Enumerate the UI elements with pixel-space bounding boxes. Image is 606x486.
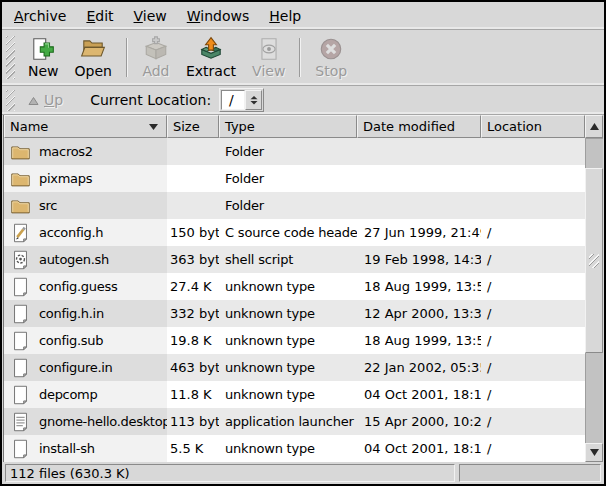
file-location: / bbox=[481, 327, 585, 354]
file-icon bbox=[9, 330, 32, 352]
file-type: unknown type bbox=[219, 300, 357, 327]
file-date-modified bbox=[357, 192, 481, 219]
location-combo: / bbox=[219, 88, 264, 112]
file-icon bbox=[9, 276, 32, 298]
menu-item-archive[interactable]: Archive bbox=[4, 5, 76, 27]
stop-button-label: Stop bbox=[315, 63, 347, 79]
scrollbar-thumb-grip bbox=[589, 254, 599, 268]
file-icon bbox=[9, 303, 32, 325]
scrollbar-trough[interactable] bbox=[585, 138, 603, 443]
file-type: Folder bbox=[219, 165, 357, 192]
file-date-modified: 18 Aug 1999, 13:53 bbox=[357, 327, 481, 354]
file-date-modified bbox=[357, 165, 481, 192]
file-icon bbox=[9, 411, 32, 433]
file-location: / bbox=[481, 219, 585, 246]
scroll-up-button[interactable] bbox=[585, 115, 603, 138]
table-row[interactable]: macros2 Folder bbox=[4, 138, 585, 165]
file-location: / bbox=[481, 273, 585, 300]
menu-item-help[interactable]: Help bbox=[259, 5, 311, 27]
file-table: Name Size Type Date modified Location bbox=[4, 115, 585, 462]
file-location: / bbox=[481, 381, 585, 408]
file-name: config.h.in bbox=[39, 306, 104, 321]
vertical-scrollbar bbox=[585, 115, 603, 462]
location-bar-grip[interactable] bbox=[6, 90, 15, 111]
archive-manager-window: Archive Edit View Windows Help New Open … bbox=[0, 0, 606, 486]
file-icon bbox=[9, 222, 32, 244]
file-size: 19.8 K bbox=[167, 327, 219, 354]
column-header-type-label: Type bbox=[225, 119, 255, 134]
file-type: application launcher bbox=[219, 408, 357, 435]
file-icon bbox=[9, 438, 32, 460]
table-row[interactable]: config.sub 19.8 K unknown type 18 Aug 19… bbox=[4, 327, 585, 354]
file-date-modified: 18 Aug 1999, 13:53 bbox=[357, 273, 481, 300]
file-location bbox=[481, 138, 585, 165]
table-row[interactable]: config.h.in 332 bytes unknown type 12 Ap… bbox=[4, 300, 585, 327]
file-name: config.sub bbox=[39, 333, 103, 348]
file-size: 363 bytes bbox=[167, 246, 219, 273]
file-size bbox=[167, 138, 219, 165]
file-date-modified: 12 Apr 2000, 13:36 bbox=[357, 300, 481, 327]
new-button-label: New bbox=[28, 63, 59, 79]
column-header-name-label: Name bbox=[10, 119, 48, 134]
table-row[interactable]: config.guess 27.4 K unknown type 18 Aug … bbox=[4, 273, 585, 300]
file-location: / bbox=[481, 246, 585, 273]
table-row[interactable]: install-sh 5.5 K unknown type 04 Oct 200… bbox=[4, 435, 585, 462]
file-size: 11.8 K bbox=[167, 381, 219, 408]
file-location bbox=[481, 192, 585, 219]
file-icon bbox=[9, 384, 32, 406]
table-row[interactable]: src Folder bbox=[4, 192, 585, 219]
open-folder-icon bbox=[80, 36, 106, 62]
column-header-date-modified[interactable]: Date modified bbox=[357, 115, 481, 138]
toolbar-grip[interactable] bbox=[6, 36, 15, 79]
new-document-icon bbox=[30, 36, 56, 62]
file-name: src bbox=[39, 198, 57, 213]
file-name: pixmaps bbox=[39, 171, 92, 186]
table-row[interactable]: gnome-hello.desktop 113 bytes applicatio… bbox=[4, 408, 585, 435]
file-size: 5.5 K bbox=[167, 435, 219, 462]
file-type: C source code header bbox=[219, 219, 357, 246]
column-header-size[interactable]: Size bbox=[167, 115, 219, 138]
view-button: View bbox=[244, 32, 293, 83]
open-button[interactable]: Open bbox=[67, 32, 120, 83]
file-date-modified: 22 Jan 2002, 05:35 bbox=[357, 354, 481, 381]
menu-item-view[interactable]: View bbox=[124, 5, 177, 27]
table-row[interactable]: depcomp 11.8 K unknown type 04 Oct 2001,… bbox=[4, 381, 585, 408]
view-eye-icon bbox=[256, 36, 282, 62]
file-date-modified bbox=[357, 138, 481, 165]
status-message: 112 files (630.3 K) bbox=[5, 464, 455, 482]
file-name: autogen.sh bbox=[39, 252, 109, 267]
file-date-modified: 04 Oct 2001, 18:12 bbox=[357, 381, 481, 408]
up-arrow-icon bbox=[27, 95, 40, 106]
toolbar-separator bbox=[299, 38, 301, 77]
file-size bbox=[167, 192, 219, 219]
table-row[interactable]: pixmaps Folder bbox=[4, 165, 585, 192]
add-button-label: Add bbox=[142, 63, 169, 79]
table-row[interactable]: acconfig.h 150 bytes C source code heade… bbox=[4, 219, 585, 246]
column-header-name[interactable]: Name bbox=[4, 115, 167, 138]
combo-dropdown-button[interactable] bbox=[245, 90, 262, 110]
scrollbar-thumb[interactable] bbox=[585, 168, 603, 353]
column-header-type[interactable]: Type bbox=[219, 115, 357, 138]
table-row[interactable]: autogen.sh 363 bytes shell script 19 Feb… bbox=[4, 246, 585, 273]
up-button: Up bbox=[20, 90, 70, 110]
stop-button: Stop bbox=[307, 32, 355, 83]
menu-item-windows[interactable]: Windows bbox=[177, 5, 260, 27]
scroll-down-arrow-icon bbox=[590, 449, 599, 456]
file-name: gnome-hello.desktop bbox=[39, 414, 167, 429]
file-location: / bbox=[481, 435, 585, 462]
extract-button[interactable]: Extract bbox=[178, 32, 244, 83]
file-name: macros2 bbox=[39, 144, 93, 159]
toolbar: New Open Add Extract View Stop bbox=[2, 30, 604, 86]
new-button[interactable]: New bbox=[20, 32, 67, 83]
file-type: Folder bbox=[219, 192, 357, 219]
scroll-down-button[interactable] bbox=[585, 443, 603, 462]
open-button-label: Open bbox=[75, 63, 112, 79]
file-list: macros2 Folder pixmaps Folder src Folder… bbox=[4, 138, 585, 462]
location-combo-entry[interactable]: / bbox=[221, 90, 245, 110]
menu-item-edit[interactable]: Edit bbox=[76, 5, 123, 27]
table-row[interactable]: configure.in 463 bytes unknown type 22 J… bbox=[4, 354, 585, 381]
add-button: Add bbox=[134, 32, 178, 83]
status-progress-area bbox=[459, 464, 601, 482]
up-button-label: Up bbox=[44, 92, 63, 108]
column-header-location[interactable]: Location bbox=[481, 115, 585, 138]
